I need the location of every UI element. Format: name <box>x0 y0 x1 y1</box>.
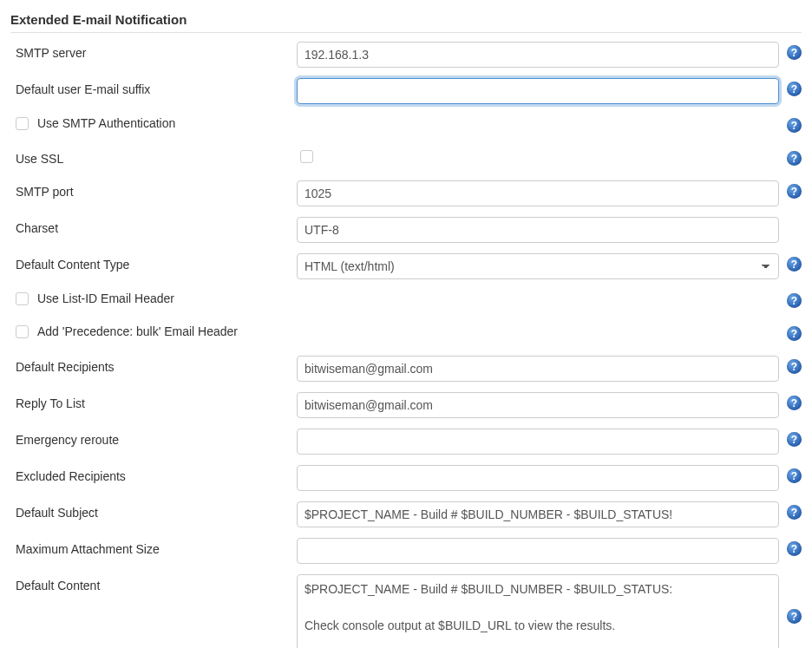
row-default-content: Default Content ? <box>10 574 802 648</box>
help-icon[interactable]: ? <box>787 396 802 410</box>
content-type-select[interactable]: HTML (text/html) <box>297 253 779 279</box>
list-id-checkbox[interactable] <box>16 292 29 305</box>
excluded-recipients-input[interactable] <box>297 465 779 491</box>
emergency-reroute-label: Emergency reroute <box>10 429 297 447</box>
content-type-label: Default Content Type <box>10 253 297 272</box>
row-default-recipients: Default Recipients ? <box>10 356 802 383</box>
default-content-label: Default Content <box>10 574 297 592</box>
row-excluded-recipients: Excluded Recipients ? <box>10 465 802 493</box>
help-icon[interactable]: ? <box>787 326 802 341</box>
help-icon[interactable]: ? <box>787 432 802 447</box>
help-icon[interactable]: ? <box>787 468 802 483</box>
email-suffix-label: Default user E-mail suffix <box>10 78 297 96</box>
excluded-recipients-label: Excluded Recipients <box>10 465 297 483</box>
help-icon[interactable]: ? <box>787 118 802 133</box>
row-use-ssl: Use SSL ? <box>10 147 802 175</box>
smtp-server-input[interactable] <box>297 42 779 68</box>
row-smtp-auth: Use SMTP Authentication ? <box>10 115 802 142</box>
use-ssl-label: Use SSL <box>10 147 297 166</box>
row-precedence-bulk: Add 'Precedence: bulk' Email Header ? <box>10 323 802 350</box>
row-emergency-reroute: Emergency reroute ? <box>10 429 802 456</box>
smtp-auth-label: Use SMTP Authentication <box>37 116 175 130</box>
emergency-reroute-input[interactable] <box>297 429 779 455</box>
help-icon[interactable]: ? <box>787 257 802 272</box>
help-icon[interactable]: ? <box>787 505 802 520</box>
smtp-port-input[interactable] <box>297 180 779 206</box>
smtp-port-label: SMTP port <box>10 180 297 199</box>
charset-input[interactable] <box>297 217 779 243</box>
reply-to-input[interactable] <box>297 392 779 418</box>
precedence-bulk-checkbox[interactable] <box>16 325 29 338</box>
smtp-server-label: SMTP server <box>10 42 297 60</box>
row-smtp-port: SMTP port ? <box>10 180 802 208</box>
email-suffix-input[interactable] <box>297 78 779 104</box>
default-content-textarea[interactable] <box>297 574 779 648</box>
row-reply-to: Reply To List ? <box>10 392 802 420</box>
default-recipients-label: Default Recipients <box>10 356 297 374</box>
help-icon[interactable]: ? <box>787 609 802 624</box>
help-icon[interactable]: ? <box>787 82 802 96</box>
help-icon[interactable]: ? <box>787 184 802 199</box>
reply-to-label: Reply To List <box>10 392 297 410</box>
help-icon[interactable]: ? <box>787 541 802 556</box>
row-max-attachment: Maximum Attachment Size ? <box>10 538 802 566</box>
help-icon[interactable]: ? <box>787 359 802 374</box>
default-subject-input[interactable] <box>297 501 779 527</box>
default-recipients-input[interactable] <box>297 356 779 382</box>
max-attachment-input[interactable] <box>297 538 779 564</box>
section-title: Extended E-mail Notification <box>10 9 802 33</box>
list-id-label: Use List-ID Email Header <box>37 291 174 305</box>
max-attachment-label: Maximum Attachment Size <box>10 538 297 556</box>
row-smtp-server: SMTP server ? <box>10 42 802 69</box>
precedence-bulk-label: Add 'Precedence: bulk' Email Header <box>37 324 238 338</box>
help-icon[interactable]: ? <box>787 45 802 60</box>
row-charset: Charset ? <box>10 217 802 245</box>
row-email-suffix: Default user E-mail suffix ? <box>10 78 802 106</box>
row-default-subject: Default Subject ? <box>10 501 802 529</box>
row-list-id: Use List-ID Email Header ? <box>10 290 802 317</box>
help-icon[interactable]: ? <box>787 151 802 166</box>
smtp-auth-checkbox[interactable] <box>16 117 29 130</box>
help-icon[interactable]: ? <box>787 293 802 308</box>
charset-label: Charset <box>10 217 297 235</box>
row-content-type: Default Content Type HTML (text/html) ? <box>10 253 802 281</box>
use-ssl-checkbox[interactable] <box>300 150 313 163</box>
default-subject-label: Default Subject <box>10 501 297 520</box>
